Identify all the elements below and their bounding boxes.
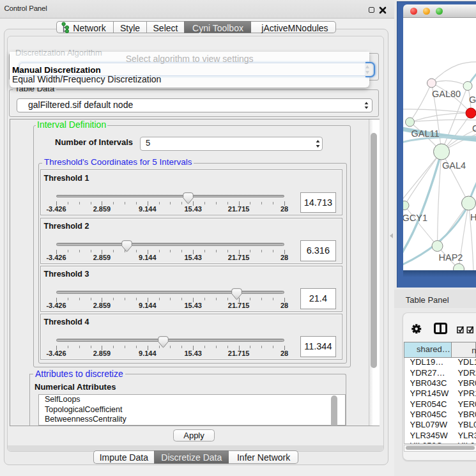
svg-text:GA: GA [469,95,476,105]
svg-text:H: H [470,211,476,222]
svg-text:GCY1: GCY1 [403,212,427,222]
svg-text:HAP2: HAP2 [439,252,463,263]
svg-text:C: C [472,123,476,134]
svg-text:GAL80: GAL80 [432,88,461,98]
svg-text:GAL4: GAL4 [442,160,466,171]
svg-text:GAL11: GAL11 [411,128,440,138]
